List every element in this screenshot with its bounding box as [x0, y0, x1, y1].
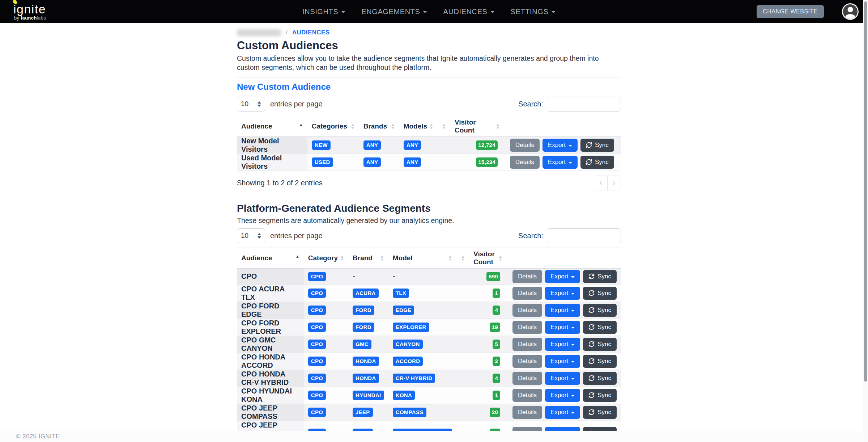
brand-cell: GMC: [348, 336, 388, 353]
model-cell: ANY: [399, 136, 438, 153]
col-audience[interactable]: Audience▲▼: [237, 116, 307, 136]
table-row: CPOCPO--690DetailsExportSync: [237, 268, 621, 285]
chevron-down-icon: [341, 11, 345, 13]
sync-button[interactable]: Sync: [583, 321, 617, 334]
refresh-icon: [588, 409, 595, 415]
pagination-next-button[interactable]: ›: [607, 176, 621, 190]
category-badge: CPO: [308, 357, 326, 366]
brand-cell: ACURA: [348, 285, 388, 302]
brand-badge: ANY: [363, 157, 381, 167]
col-model[interactable]: Model▲▼: [388, 248, 456, 268]
sync-button[interactable]: Sync: [583, 372, 617, 385]
col-brand[interactable]: Brand▲▼: [348, 248, 388, 268]
col-visitor-count[interactable]: Visitor Count▲▼: [469, 248, 507, 268]
nav-item-settings[interactable]: SETTINGS: [511, 8, 556, 16]
export-button[interactable]: Export: [545, 304, 580, 317]
visitor-count-cell: 4: [469, 370, 507, 387]
details-button[interactable]: Details: [512, 355, 542, 368]
refresh-icon: [588, 290, 595, 296]
export-button[interactable]: Export: [545, 270, 580, 283]
details-button[interactable]: Details: [512, 372, 542, 385]
page-footer: © 2025 IGNITE: [0, 431, 868, 442]
sync-button[interactable]: Sync: [583, 287, 617, 300]
sync-button[interactable]: Sync: [580, 156, 614, 169]
model-badge: ANY: [404, 140, 421, 150]
scrollbar-track[interactable]: [863, 0, 868, 442]
model-cell: ACCORD: [388, 353, 456, 370]
category-badge: NEW: [312, 140, 331, 150]
category-cell: CPO: [304, 336, 348, 353]
model-badge: EDGE: [393, 306, 414, 315]
col-hidden[interactable]: ▲▼: [456, 248, 469, 268]
scrollbar-thumb[interactable]: [864, 1, 867, 382]
custom-table-footer: Showing 1 to 2 of 2 entries ‹ ›: [237, 176, 621, 190]
col-categories[interactable]: Categories▲▼: [307, 116, 359, 136]
model-badge: CANYON: [393, 340, 423, 349]
logo-text: ignite: [13, 2, 46, 16]
export-button[interactable]: Export: [545, 321, 580, 334]
details-button[interactable]: Details: [512, 389, 542, 402]
export-button[interactable]: Export: [545, 355, 580, 368]
visitor-count-badge: 12,724: [476, 140, 498, 150]
visitor-count-badge: 15,234: [476, 157, 498, 167]
brand-badge: FORD: [353, 306, 374, 315]
details-button[interactable]: Details: [512, 406, 542, 419]
table-header-row: Audience▲▼ Categories▲▼ Brands▲▼ Models▲…: [237, 116, 621, 136]
details-button[interactable]: Details: [512, 321, 542, 334]
nav-item-engagements[interactable]: ENGAGEMENTS: [361, 8, 427, 16]
sync-button[interactable]: Sync: [583, 304, 617, 317]
sync-button[interactable]: Sync: [583, 338, 617, 351]
brand-badge: HONDA: [353, 374, 379, 383]
ignite-logo[interactable]: ignite by launchlabs: [13, 3, 46, 20]
export-button[interactable]: Export: [545, 389, 580, 402]
category-cell: CPO: [304, 285, 348, 302]
export-button[interactable]: Export: [545, 406, 580, 419]
export-button[interactable]: Export: [545, 287, 580, 300]
audience-cell: CPO GMC CANYON: [237, 336, 304, 353]
new-custom-audience-link[interactable]: New Custom Audience: [237, 82, 331, 92]
search-input[interactable]: [547, 97, 621, 111]
details-button[interactable]: Details: [512, 287, 542, 300]
brand-badge: ACURA: [353, 289, 379, 298]
platform-section-description: These segments are automatically generat…: [237, 216, 621, 225]
search-label: Search:: [518, 100, 543, 108]
sync-button[interactable]: Sync: [583, 355, 617, 368]
col-visitor-count[interactable]: Visitor Count▲▼: [450, 116, 504, 136]
page-size-select[interactable]: 10: [237, 228, 265, 243]
details-button[interactable]: Details: [510, 156, 540, 169]
export-button[interactable]: Export: [545, 372, 580, 385]
sync-button[interactable]: Sync: [583, 270, 617, 283]
details-button[interactable]: Details: [512, 338, 542, 351]
details-button[interactable]: Details: [512, 270, 542, 283]
actions-cell: DetailsExportSync: [504, 136, 621, 153]
export-button[interactable]: Export: [542, 156, 578, 169]
breadcrumb-site-redacted[interactable]: [237, 29, 281, 36]
custom-table-controls: 10 entries per page Search:: [237, 97, 621, 111]
pagination-prev-button[interactable]: ‹: [594, 176, 608, 190]
breadcrumb-audiences[interactable]: AUDIENCES: [292, 29, 330, 36]
col-category[interactable]: Category▲▼: [304, 248, 348, 268]
user-avatar-icon[interactable]: [842, 3, 859, 20]
pagination: ‹ ›: [594, 176, 621, 190]
col-audience[interactable]: Audience▲▼: [237, 248, 304, 268]
col-brands[interactable]: Brands▲▼: [359, 116, 399, 136]
export-button[interactable]: Export: [542, 139, 578, 152]
col-actions: [504, 116, 621, 136]
details-button[interactable]: Details: [510, 139, 540, 152]
details-button[interactable]: Details: [512, 304, 542, 317]
nav-item-audiences[interactable]: AUDIENCES: [443, 8, 494, 16]
actions-cell: DetailsExportSync: [507, 404, 621, 421]
sync-button[interactable]: Sync: [583, 389, 617, 402]
sync-button[interactable]: Sync: [583, 406, 617, 419]
page-size-select[interactable]: 10: [237, 97, 265, 111]
col-models[interactable]: Models▲▼: [399, 116, 438, 136]
col-hidden[interactable]: ▲▼: [438, 116, 450, 136]
sync-button[interactable]: Sync: [580, 139, 614, 152]
search-input[interactable]: [547, 228, 621, 243]
nav-item-insights[interactable]: INSIGHTS: [302, 8, 345, 16]
col-actions: [507, 248, 621, 268]
caret-down-icon: [571, 412, 575, 414]
brand-badge: FORD: [353, 323, 374, 332]
change-website-button[interactable]: CHANGE WEBSITE: [757, 5, 824, 18]
export-button[interactable]: Export: [545, 338, 580, 351]
